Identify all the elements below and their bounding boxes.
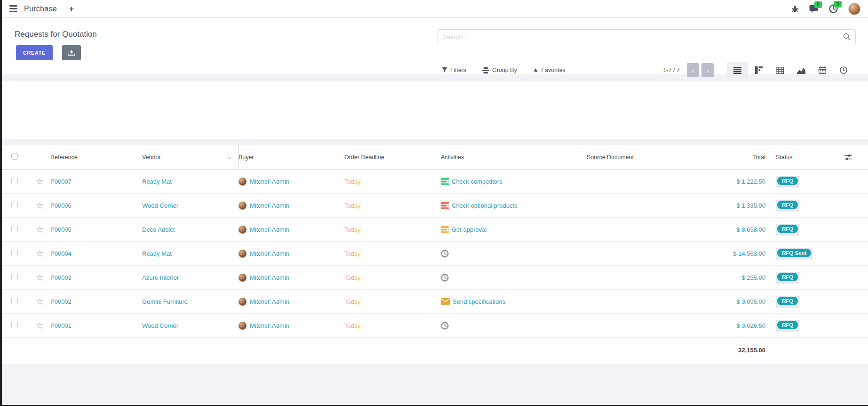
activity-cell[interactable]: Check optional products (441, 202, 587, 209)
activity-cell[interactable] (441, 250, 587, 258)
favorite-star-icon[interactable]: ☆ (36, 249, 44, 258)
favorite-star-icon[interactable]: ☆ (36, 201, 44, 210)
rfq-list-view: Reference Vendor ⌄ Buyer Order Deadline … (2, 145, 868, 364)
favorite-star-icon[interactable]: ☆ (36, 225, 44, 234)
reference-link[interactable]: P00001 (50, 322, 142, 329)
table-row[interactable]: ☆ P00007 Ready Mat Mitchell Admin Today … (2, 170, 868, 194)
reference-link[interactable]: P00005 (50, 226, 142, 233)
column-header-status[interactable]: Status (765, 154, 836, 161)
activity-icon[interactable] (441, 202, 449, 209)
create-button[interactable]: CREATE (16, 45, 53, 60)
status-cell: RFQ (765, 200, 836, 211)
top-navbar: Purchase + 5 9 (2, 0, 868, 18)
favorite-star-icon[interactable]: ☆ (36, 177, 44, 186)
buyer-cell[interactable]: Mitchell Admin (239, 202, 344, 210)
activity-label[interactable]: Get approval (452, 226, 486, 233)
download-icon (68, 50, 75, 56)
table-row[interactable]: ☆ P00005 Deco Addict Mitchell Admin Toda… (2, 218, 868, 242)
buyer-cell[interactable]: Mitchell Admin (239, 274, 344, 282)
column-header-source-document[interactable]: Source Document (587, 154, 700, 161)
buyer-cell[interactable]: Mitchell Admin (239, 178, 344, 186)
row-checkbox[interactable] (11, 178, 18, 184)
column-header-vendor[interactable]: Vendor ⌄ (142, 145, 239, 169)
vendor-link[interactable]: Azure Interior (142, 266, 239, 289)
graph-view-button[interactable] (790, 62, 812, 78)
activity-view-button[interactable] (833, 62, 854, 78)
column-header-order-deadline[interactable]: Order Deadline (344, 154, 441, 161)
column-header-activities[interactable]: Activities (441, 154, 587, 161)
export-button[interactable] (62, 45, 81, 60)
reference-link[interactable]: P00002 (50, 298, 142, 305)
activity-label[interactable]: Check optional products (452, 202, 517, 209)
vendor-link[interactable]: Wood Corner (142, 194, 239, 217)
table-row[interactable]: ☆ P00003 Azure Interior Mitchell Admin T… (2, 266, 868, 290)
activity-icon[interactable] (441, 322, 449, 330)
table-row[interactable]: ☆ P00006 Wood Corner Mitchell Admin Toda… (2, 194, 868, 218)
buyer-cell[interactable]: Mitchell Admin (239, 226, 344, 234)
table-row[interactable]: ☆ P00002 Gemini Furniture Mitchell Admin… (2, 290, 868, 314)
favorite-star-icon[interactable]: ☆ (36, 297, 44, 306)
reference-link[interactable]: P00007 (50, 178, 142, 185)
buyer-cell[interactable]: Mitchell Admin (239, 250, 344, 258)
row-checkbox[interactable] (11, 298, 18, 304)
chevron-down-icon[interactable]: ⌄ (227, 154, 231, 160)
table-row[interactable]: ☆ P00001 Wood Corner Mitchell Admin Toda… (2, 314, 868, 338)
activity-cell[interactable] (441, 322, 587, 330)
row-checkbox[interactable] (11, 250, 18, 256)
row-checkbox[interactable] (11, 226, 18, 232)
column-header-total[interactable]: Total (700, 154, 765, 161)
activity-icon[interactable] (441, 178, 449, 185)
activity-cell[interactable]: Check competitors (441, 178, 587, 185)
vendor-link[interactable]: Wood Corner (142, 314, 239, 337)
app-title[interactable]: Purchase (24, 5, 57, 13)
reference-link[interactable]: P00006 (50, 202, 142, 209)
debug-bug-icon[interactable] (791, 5, 799, 13)
vendor-link[interactable]: Gemini Furniture (142, 290, 239, 313)
optional-columns-button[interactable] (836, 154, 868, 161)
activity-label[interactable]: Check competitors (452, 178, 502, 185)
menu-icon[interactable] (9, 5, 17, 12)
buyer-avatar (239, 250, 247, 258)
kanban-view-button[interactable] (748, 62, 769, 78)
calendar-view-button[interactable] (812, 62, 833, 78)
activity-icon[interactable] (441, 274, 449, 282)
activity-cell[interactable]: Get approval (441, 226, 587, 233)
list-view-button[interactable] (727, 62, 748, 78)
pager-next-button[interactable]: › (701, 63, 714, 77)
order-deadline-cell: Today (344, 202, 441, 209)
buyer-cell[interactable]: Mitchell Admin (239, 298, 344, 306)
filters-menu[interactable]: Filters (442, 67, 466, 73)
activity-label[interactable]: Send specifications (453, 298, 505, 305)
favorite-star-icon[interactable]: ☆ (36, 273, 44, 282)
messages-icon[interactable]: 5 (809, 5, 819, 13)
favorite-star-icon[interactable]: ☆ (36, 321, 44, 330)
row-checkbox[interactable] (11, 202, 18, 208)
column-header-reference[interactable]: Reference (50, 154, 142, 161)
select-all-checkbox[interactable] (11, 153, 18, 160)
row-checkbox[interactable] (11, 322, 18, 328)
group-by-menu[interactable]: Group By (482, 67, 517, 73)
buyer-cell[interactable]: Mitchell Admin (239, 322, 344, 330)
buyer-avatar (239, 298, 247, 306)
row-checkbox[interactable] (11, 274, 18, 280)
favorites-menu[interactable]: ★ Favorites (533, 67, 565, 74)
search-icon[interactable] (843, 33, 851, 41)
user-avatar[interactable] (848, 3, 860, 15)
column-header-buyer[interactable]: Buyer (239, 154, 344, 161)
vendor-link[interactable]: Ready Mat (142, 242, 239, 265)
activity-cell[interactable]: Send specifications (441, 298, 587, 305)
activities-clock-icon[interactable]: 9 (829, 4, 838, 13)
pivot-view-button[interactable] (769, 62, 790, 78)
vendor-link[interactable]: Deco Addict (142, 218, 239, 241)
activity-icon[interactable] (441, 226, 449, 233)
new-tab-button[interactable]: + (69, 4, 74, 14)
activity-icon[interactable] (441, 298, 450, 305)
reference-link[interactable]: P00003 (50, 274, 142, 281)
search-input[interactable] (443, 33, 843, 41)
activity-cell[interactable] (441, 274, 587, 282)
activity-icon[interactable] (441, 250, 449, 258)
table-row[interactable]: ☆ P00004 Ready Mat Mitchell Admin Today … (2, 242, 868, 266)
reference-link[interactable]: P00004 (50, 250, 142, 257)
vendor-link[interactable]: Ready Mat (142, 170, 239, 193)
pager-previous-button[interactable]: ‹ (687, 63, 699, 77)
